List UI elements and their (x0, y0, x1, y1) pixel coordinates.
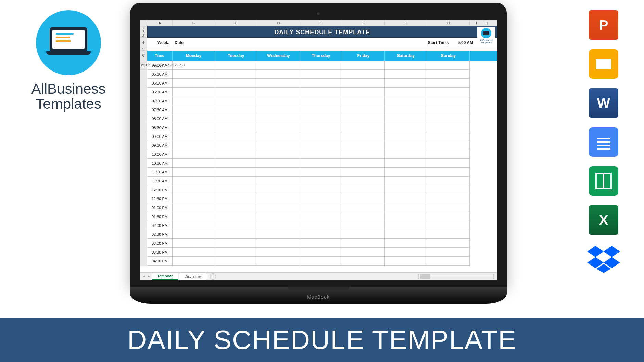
time-cell[interactable]: 01:30 PM (147, 212, 173, 221)
schedule-cell[interactable] (385, 159, 427, 168)
col-F[interactable]: F (342, 20, 385, 26)
schedule-cell[interactable] (215, 88, 257, 96)
schedule-cell[interactable] (215, 221, 257, 230)
schedule-cell[interactable] (173, 159, 215, 168)
schedule-cell[interactable] (427, 79, 470, 88)
schedule-cell[interactable] (300, 150, 342, 159)
time-cell[interactable]: 05:30 AM (147, 70, 173, 79)
schedule-cell[interactable] (257, 96, 300, 105)
week-value[interactable]: Date (175, 40, 184, 45)
col-H[interactable]: H (427, 20, 470, 26)
schedule-cell[interactable] (215, 159, 257, 168)
schedule-cell[interactable] (300, 141, 342, 150)
schedule-cell[interactable] (342, 177, 385, 185)
schedule-cell[interactable] (215, 61, 257, 70)
schedule-cell[interactable] (342, 230, 385, 239)
schedule-cell[interactable] (300, 221, 342, 230)
schedule-cell[interactable] (215, 70, 257, 79)
schedule-cell[interactable] (385, 230, 427, 239)
schedule-cell[interactable] (342, 61, 385, 70)
schedule-cell[interactable] (257, 150, 300, 159)
schedule-cell[interactable] (173, 150, 215, 159)
row-num[interactable]: 19 (140, 61, 144, 70)
schedule-cell[interactable] (427, 266, 470, 266)
schedule-cell[interactable] (300, 132, 342, 141)
schedule-cell[interactable] (257, 79, 300, 88)
col-C[interactable]: C (215, 20, 257, 26)
schedule-cell[interactable] (215, 248, 257, 257)
schedule-cell[interactable] (300, 203, 342, 212)
schedule-cell[interactable] (385, 239, 427, 248)
schedule-cell[interactable] (257, 239, 300, 248)
schedule-cell[interactable] (257, 230, 300, 239)
schedule-cell[interactable] (342, 257, 385, 266)
schedule-cell[interactable] (342, 70, 385, 79)
schedule-cell[interactable] (342, 150, 385, 159)
schedule-cell[interactable] (342, 114, 385, 123)
time-cell[interactable]: 07:00 AM (147, 96, 173, 105)
time-cell[interactable]: 10:00 AM (147, 150, 173, 159)
schedule-cell[interactable] (300, 123, 342, 132)
schedule-cell[interactable] (173, 257, 215, 266)
schedule-cell[interactable] (257, 185, 300, 194)
schedule-cell[interactable] (215, 257, 257, 266)
schedule-cell[interactable] (342, 194, 385, 203)
schedule-cell[interactable] (300, 159, 342, 168)
schedule-cell[interactable] (342, 79, 385, 88)
schedule-cell[interactable] (173, 248, 215, 257)
schedule-cell[interactable] (257, 203, 300, 212)
schedule-cell[interactable] (215, 114, 257, 123)
schedule-cell[interactable] (300, 88, 342, 96)
schedule-cell[interactable] (173, 239, 215, 248)
tab-nav-next[interactable]: ▸ (147, 274, 151, 279)
schedule-cell[interactable] (342, 212, 385, 221)
schedule-cell[interactable] (385, 96, 427, 105)
tab-template[interactable]: Template (152, 273, 178, 280)
schedule-cell[interactable] (385, 168, 427, 177)
schedule-cell[interactable] (300, 61, 342, 70)
schedule-cell[interactable] (342, 221, 385, 230)
schedule-cell[interactable] (385, 150, 427, 159)
time-cell[interactable]: 08:30 AM (147, 123, 173, 132)
schedule-cell[interactable] (427, 141, 470, 150)
schedule-cell[interactable] (385, 212, 427, 221)
col-J[interactable]: J (483, 20, 490, 26)
schedule-cell[interactable] (342, 203, 385, 212)
time-cell[interactable]: 09:00 AM (147, 132, 173, 141)
schedule-cell[interactable] (173, 221, 215, 230)
schedule-cell[interactable] (427, 230, 470, 239)
schedule-cell[interactable] (427, 150, 470, 159)
time-cell[interactable]: 06:00 AM (147, 79, 173, 88)
schedule-cell[interactable] (215, 212, 257, 221)
time-cell[interactable]: 08:00 AM (147, 114, 173, 123)
schedule-cell[interactable] (385, 248, 427, 257)
schedule-cell[interactable] (215, 177, 257, 185)
schedule-cell[interactable] (427, 123, 470, 132)
schedule-cell[interactable] (215, 203, 257, 212)
schedule-cell[interactable] (173, 132, 215, 141)
schedule-cell[interactable] (173, 114, 215, 123)
schedule-cell[interactable] (427, 159, 470, 168)
schedule-cell[interactable] (173, 230, 215, 239)
schedule-cell[interactable] (300, 70, 342, 79)
schedule-cell[interactable] (215, 266, 257, 266)
schedule-cell[interactable] (385, 88, 427, 96)
schedule-cell[interactable] (215, 96, 257, 105)
schedule-cell[interactable] (215, 79, 257, 88)
schedule-cell[interactable] (173, 212, 215, 221)
schedule-cell[interactable] (300, 185, 342, 194)
schedule-cell[interactable] (427, 185, 470, 194)
schedule-cell[interactable] (427, 221, 470, 230)
schedule-cell[interactable] (173, 70, 215, 79)
schedule-cell[interactable] (173, 266, 215, 266)
schedule-cell[interactable] (215, 105, 257, 114)
schedule-cell[interactable] (427, 239, 470, 248)
schedule-cell[interactable] (300, 248, 342, 257)
schedule-cell[interactable] (215, 194, 257, 203)
schedule-cell[interactable] (427, 132, 470, 141)
schedule-cell[interactable] (300, 257, 342, 266)
time-cell[interactable]: 05:00 AM (147, 61, 173, 70)
row-num[interactable]: 3 (140, 34, 147, 38)
time-cell[interactable]: 06:30 AM (147, 88, 173, 96)
time-cell[interactable]: 10:30 AM (147, 159, 173, 168)
